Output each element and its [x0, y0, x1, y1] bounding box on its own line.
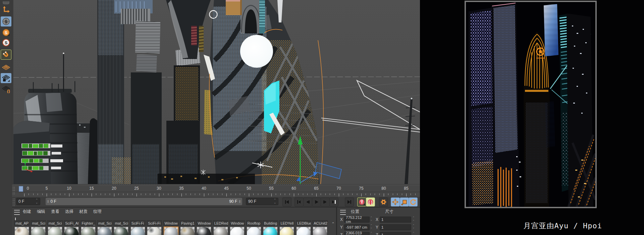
next-frame-button[interactable]	[321, 197, 330, 207]
material-label[interactable]: ACUnit2	[312, 220, 328, 226]
grid-lock-icon[interactable]	[1, 73, 11, 83]
material-label[interactable]: SciFi-Fi	[130, 220, 146, 226]
menu-item-3[interactable]: 选择	[65, 209, 73, 215]
grid-axis-icon[interactable]: ()	[1, 84, 11, 94]
material-label[interactable]: mat_Sci	[113, 220, 129, 226]
material-thumbnail[interactable]	[15, 227, 29, 235]
coord-position-field[interactable]: -597.987 cm	[344, 224, 370, 230]
size-stepper[interactable]: ⌃⌄	[413, 224, 415, 229]
material-thumbnail[interactable]	[247, 227, 261, 235]
material-thumbnail[interactable]	[81, 227, 95, 235]
size-field[interactable]: 1	[380, 232, 411, 235]
snap-magnet-icon[interactable]	[1, 50, 11, 60]
material-thumbnail[interactable]	[313, 227, 327, 235]
material-label[interactable]: mat_Sci	[31, 220, 46, 226]
coords-menu-icon[interactable]	[340, 210, 346, 215]
material-menu-icon[interactable]	[14, 210, 20, 215]
timeline-playhead[interactable]	[19, 186, 23, 192]
material-thumbnail[interactable]	[297, 227, 311, 235]
ruler-tick	[132, 193, 132, 195]
material-label[interactable]: Window	[163, 220, 179, 226]
material-label[interactable]: mat_Sci	[47, 220, 63, 226]
material-label[interactable]: SciFi-Fi	[147, 220, 162, 226]
record-keyframe-button[interactable]	[357, 197, 366, 207]
next-key-button[interactable]	[329, 197, 338, 207]
material-label[interactable]: Window	[229, 220, 245, 226]
material-thumbnail[interactable]	[31, 227, 45, 235]
material-thumbnail[interactable]	[98, 227, 112, 235]
autokey-button[interactable]: ( )	[366, 197, 375, 207]
frame-range-slider[interactable]: ‖ 0 F 90 F ‖	[46, 198, 242, 205]
move-tool-button[interactable]	[391, 197, 400, 207]
menu-item-5[interactable]: 纹理	[93, 209, 102, 215]
goto-end-button[interactable]	[345, 197, 354, 207]
material-label[interactable]: mat_AP	[14, 220, 30, 226]
transport-grip[interactable]	[12, 198, 15, 207]
coord-stepper[interactable]: ⌃⌄	[370, 224, 372, 229]
material-thumbnail[interactable]	[197, 227, 211, 235]
material-label[interactable]: Building	[263, 220, 278, 226]
material-thumbnail[interactable]	[64, 227, 78, 235]
keying-settings-button[interactable]	[379, 197, 388, 207]
play-button[interactable]	[312, 197, 321, 207]
material-label[interactable]: Paving1	[180, 220, 195, 226]
coord-axis-label: Z	[340, 233, 342, 235]
material-label[interactable]: SciFi_Al	[64, 220, 79, 226]
material-thumbnail[interactable]	[48, 227, 62, 235]
size-field[interactable]: 1	[380, 224, 411, 230]
menu-item-4[interactable]: 材质	[79, 209, 88, 215]
material-thumbnail[interactable]	[131, 227, 145, 235]
ruler-frame-number: 35	[179, 186, 183, 191]
menu-item-2[interactable]: 查看	[51, 209, 59, 215]
material-label[interactable]: LEDRed	[213, 220, 228, 226]
material-thumbnail[interactable]	[280, 227, 294, 235]
size-stepper[interactable]: ⌃⌄	[413, 216, 415, 221]
material-label[interactable]: Window	[196, 220, 212, 226]
material-thumbnail[interactable]	[214, 227, 228, 235]
material-thumbnail[interactable]	[230, 227, 244, 235]
rotate-tool-button[interactable]	[409, 197, 418, 207]
size-field[interactable]: 1	[380, 217, 411, 223]
ruler-tick	[393, 193, 393, 195]
stepper-carets[interactable]: ⌃⌄	[274, 199, 276, 204]
scroll-up-icon[interactable]: ⌃	[331, 222, 335, 226]
material-label[interactable]: LEDBlue	[296, 220, 311, 226]
slider-right-grip[interactable]: ‖	[237, 199, 242, 203]
coord-position-field[interactable]: 7753.212 cm	[344, 217, 370, 223]
stepper-carets[interactable]: ⌃⌄	[36, 199, 38, 204]
timeline-ruler[interactable]: 0510152025303540455055606570758085	[12, 185, 420, 197]
sphere-s-orange-icon[interactable]: S	[1, 27, 11, 38]
viewport-3d[interactable]	[13, 0, 420, 184]
current-frame-field[interactable]: 0 F ⌃⌄	[16, 198, 40, 205]
prev-frame-button[interactable]	[303, 197, 312, 207]
menu-item-0[interactable]: 创建	[23, 209, 31, 215]
ruler-tick	[294, 193, 294, 196]
material-label[interactable]: Rooftop	[246, 220, 262, 226]
sphere-s-gray-icon[interactable]: S	[1, 16, 11, 26]
material-label[interactable]: LEDYell	[279, 220, 294, 226]
sphere-s-white-icon[interactable]: S	[1, 38, 11, 48]
menu-item-1[interactable]: 编辑	[37, 209, 45, 215]
material-thumbnail[interactable]	[180, 227, 195, 235]
coord-position-field[interactable]: 2366.019 cm	[344, 232, 370, 235]
material-thumbnail[interactable]	[263, 227, 277, 235]
material-label[interactable]: Fighter_	[80, 220, 96, 226]
material-label[interactable]: mat_Sci	[97, 220, 112, 226]
ruler-tick	[226, 193, 227, 196]
coord-stepper[interactable]: ⌃⌄	[370, 232, 372, 235]
prev-key-button[interactable]	[294, 197, 304, 207]
slider-left-grip[interactable]: ‖	[46, 199, 51, 203]
ruler-tick	[321, 193, 321, 195]
size-stepper[interactable]: ⌃⌄	[413, 232, 415, 235]
coord-stepper[interactable]: ⌃⌄	[370, 216, 372, 221]
coordinate-axis-icon[interactable]	[1, 5, 11, 15]
ruler-tick	[348, 193, 348, 195]
goto-start-button[interactable]	[282, 197, 291, 207]
material-thumbnail[interactable]	[164, 227, 178, 235]
material-thumbnail[interactable]	[147, 227, 161, 235]
scale-tool-button[interactable]	[400, 197, 409, 207]
material-thumbnail[interactable]	[114, 227, 128, 235]
end-frame-field[interactable]: 90 F ⌃⌄	[246, 198, 278, 205]
grid-plane-icon[interactable]	[1, 62, 11, 72]
coordinate-manager: 位置 尺寸 X7753.212 cm⌃⌄X1⌃⌄Y-597.987 cm⌃⌄Y1…	[337, 208, 420, 235]
